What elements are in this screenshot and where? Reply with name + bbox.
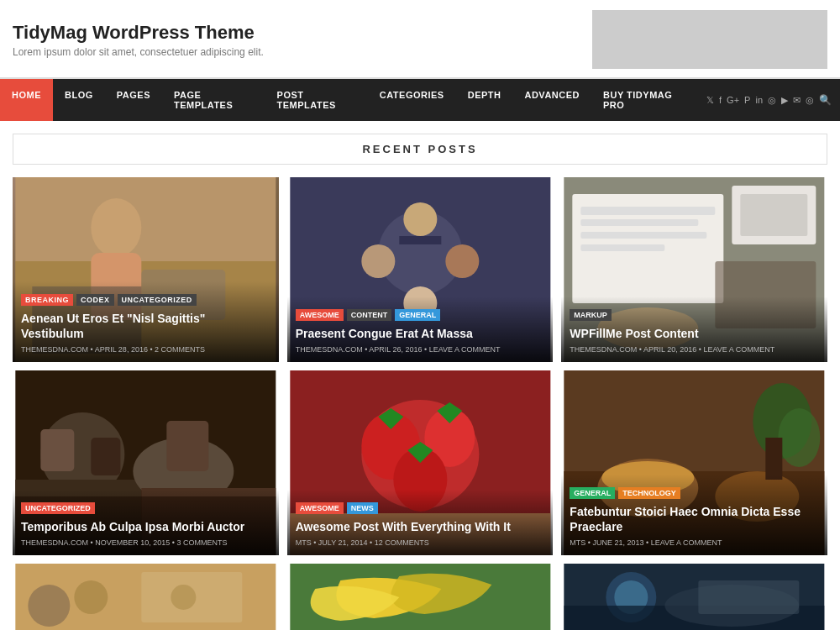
post-overlay-6: GENERAL TECHNOLOGY Fatebuntur Stoici Hae…	[561, 475, 827, 555]
svg-point-51	[74, 580, 108, 614]
nav-home[interactable]: HOME	[0, 79, 53, 121]
svg-point-47	[779, 408, 821, 467]
svg-rect-30	[166, 421, 208, 471]
nav-post-templates[interactable]: POST TEMPLATES	[265, 79, 368, 121]
post-date-5: JULY 21, 2014	[318, 538, 368, 547]
svg-rect-15	[581, 207, 716, 215]
post-author-2: THEMESDNA.COM	[296, 345, 363, 354]
tag-uncategorized-2[interactable]: UNCATEGORIZED	[21, 502, 95, 514]
social-icons: 𝕏 f G+ P in ◎ ▶ ✉ ◎ 🔍	[698, 94, 840, 106]
post-date-1: APRIL 28, 2016	[95, 345, 148, 354]
svg-point-9	[445, 244, 479, 278]
linkedin-icon[interactable]: in	[755, 95, 763, 105]
tag-general[interactable]: GENERAL	[395, 309, 440, 321]
svg-point-8	[403, 202, 437, 236]
tag-uncategorized[interactable]: UNCATEGORIZED	[118, 294, 197, 306]
post-author-4: THEMESDNA.COM	[21, 538, 88, 547]
post-meta-1: THEMESDNA.COM • APRIL 28, 2016 • 2 COMME…	[21, 345, 270, 354]
svg-rect-16	[581, 219, 699, 226]
post-author-5: MTS	[296, 538, 312, 547]
instagram-icon[interactable]: ◎	[768, 95, 776, 106]
twitter-icon[interactable]: 𝕏	[706, 95, 714, 106]
googleplus-icon[interactable]: G+	[727, 95, 739, 105]
post-tags-2: AWESOME CONTENT GENERAL	[296, 309, 545, 321]
post-card-8[interactable]	[287, 564, 554, 630]
tag-general-2[interactable]: GENERAL	[570, 487, 615, 499]
tag-technology[interactable]: TECHNOLOGY	[618, 487, 680, 499]
tag-awesome-2[interactable]: AWESOME	[296, 502, 344, 514]
post-title-2[interactable]: Praesent Congue Erat At Massa	[296, 326, 545, 341]
post-overlay-1: BREAKING CODEX UNCATEGORIZED Aenean Ut E…	[13, 281, 279, 362]
svg-rect-18	[581, 244, 665, 251]
nav-pages[interactable]: PAGES	[105, 79, 162, 121]
post-title-1[interactable]: Aenean Ut Eros Et "Nisl Sagittis" Vestib…	[21, 311, 270, 341]
svg-point-50	[28, 585, 70, 627]
post-title-3[interactable]: WPFillMe Post Content	[570, 326, 819, 341]
post-card-6[interactable]: GENERAL TECHNOLOGY Fatebuntur Stoici Hae…	[561, 370, 827, 555]
post-card-2[interactable]: AWESOME CONTENT GENERAL Praesent Congue …	[287, 177, 554, 362]
site-title: TidyMag WordPress Theme	[13, 22, 575, 44]
svg-rect-17	[581, 232, 707, 239]
svg-point-53	[171, 585, 196, 610]
post-comments-3: LEAVE A COMMENT	[703, 345, 774, 354]
tag-content[interactable]: CONTENT	[347, 309, 392, 321]
main-navigation: HOME BLOG PAGES PAGE TEMPLATES POST TEMP…	[0, 79, 840, 121]
post-tags-1: BREAKING CODEX UNCATEGORIZED	[21, 294, 270, 306]
post-card-7[interactable]	[13, 564, 279, 630]
site-header: TidyMag WordPress Theme Lorem ipsum dolo…	[0, 0, 840, 79]
post-card-3[interactable]: MARKUP WPFillMe Post Content THEMESDNA.C…	[561, 177, 827, 362]
post-meta-4: THEMESDNA.COM • NOVEMBER 10, 2015 • 3 CO…	[21, 538, 270, 547]
post-comments-2: LEAVE A COMMENT	[429, 345, 501, 354]
post-overlay-2: AWESOME CONTENT GENERAL Praesent Congue …	[287, 297, 554, 362]
post-meta-6: MTS • JUNE 21, 2013 • LEAVE A COMMENT	[570, 538, 819, 547]
tag-markup[interactable]: MARKUP	[570, 309, 612, 321]
post-comments-5: 12 COMMENTS	[375, 538, 429, 547]
facebook-icon[interactable]: f	[719, 95, 722, 105]
site-branding: TidyMag WordPress Theme Lorem ipsum dolo…	[13, 22, 575, 58]
post-date-2: APRIL 26, 2016	[369, 345, 422, 354]
nav-blog[interactable]: BLOG	[53, 79, 105, 121]
post-card-4[interactable]: UNCATEGORIZED Temporibus Ab Culpa Ipsa M…	[13, 370, 279, 555]
nav-advanced[interactable]: ADVANCED	[512, 79, 591, 121]
svg-rect-20	[741, 194, 808, 236]
post-card-9[interactable]	[561, 564, 827, 630]
nav-categories[interactable]: CATEGORIES	[368, 79, 456, 121]
section-title: Recent Posts	[13, 134, 827, 165]
post-overlay-5: AWESOME NEWS Awesome Post With Everythin…	[287, 490, 554, 555]
post-comments-6: LEAVE A COMMENT	[651, 538, 722, 547]
post-tags-3: MARKUP	[570, 309, 819, 321]
email-icon[interactable]: ✉	[793, 95, 801, 106]
site-tagline: Lorem ipsum dolor sit amet, consectetuer…	[13, 46, 575, 58]
post-meta-5: MTS • JULY 21, 2014 • 12 COMMENTS	[296, 538, 545, 547]
tag-codex[interactable]: CODEX	[76, 294, 114, 306]
svg-rect-28	[40, 429, 74, 471]
svg-rect-12	[399, 236, 441, 244]
search-icon[interactable]: 🔍	[819, 94, 832, 106]
post-meta-2: THEMESDNA.COM • APRIL 26, 2016 • LEAVE A…	[296, 345, 545, 354]
youtube-icon[interactable]: ▶	[781, 95, 788, 106]
post-title-6[interactable]: Fatebuntur Stoici Haec Omnia Dicta Esse …	[570, 504, 819, 534]
main-content: Recent Posts BREAKING CODEX U	[0, 121, 840, 630]
nav-depth[interactable]: DEPTH	[456, 79, 513, 121]
post-title-5[interactable]: Awesome Post With Everything With It	[296, 519, 545, 534]
posts-grid-row2: UNCATEGORIZED Temporibus Ab Culpa Ipsa M…	[13, 370, 827, 555]
nav-page-templates[interactable]: PAGE TEMPLATES	[162, 79, 265, 121]
posts-grid-row1: BREAKING CODEX UNCATEGORIZED Aenean Ut E…	[13, 177, 827, 362]
post-card-1[interactable]: BREAKING CODEX UNCATEGORIZED Aenean Ut E…	[13, 177, 279, 362]
tag-news[interactable]: NEWS	[347, 502, 378, 514]
tag-breaking[interactable]: BREAKING	[21, 294, 73, 306]
svg-point-11	[361, 244, 395, 278]
rss-icon[interactable]: ◎	[806, 95, 814, 106]
pinterest-icon[interactable]: P	[744, 95, 750, 105]
post-date-4: NOVEMBER 10, 2015	[95, 538, 170, 547]
post-tags-5: AWESOME NEWS	[296, 502, 545, 514]
tag-awesome[interactable]: AWESOME	[296, 309, 344, 321]
nav-links: HOME BLOG PAGES PAGE TEMPLATES POST TEMP…	[0, 79, 698, 121]
svg-rect-60	[699, 580, 800, 614]
post-card-5[interactable]: AWESOME NEWS Awesome Post With Everythin…	[287, 370, 554, 555]
post-author-3: THEMESDNA.COM	[570, 345, 637, 354]
post-title-4[interactable]: Temporibus Ab Culpa Ipsa Morbi Auctor	[21, 519, 270, 534]
nav-buy[interactable]: BUY TIDYMAG PRO	[591, 79, 698, 121]
post-meta-3: THEMESDNA.COM • APRIL 20, 2016 • LEAVE A…	[570, 345, 819, 354]
post-author-6: MTS	[570, 538, 585, 547]
